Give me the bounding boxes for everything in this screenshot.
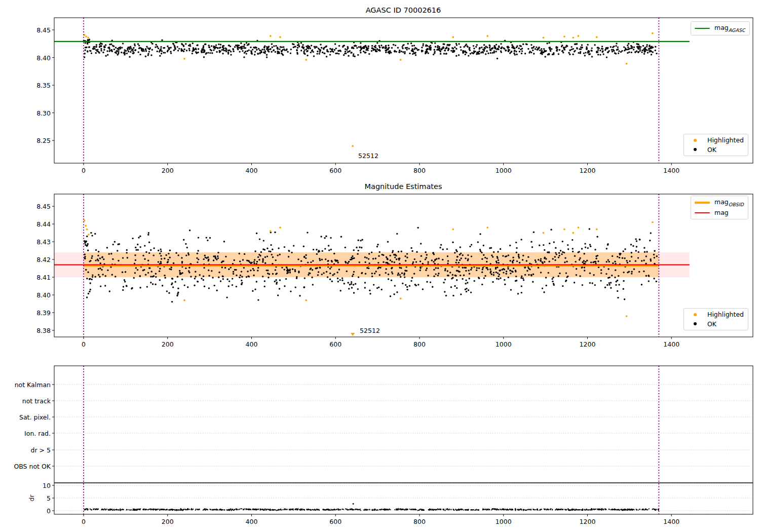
dr-points — [84, 503, 659, 511]
plot2-frame — [54, 366, 753, 514]
figure-canvas: AGASC ID 70002616 Magnitude Estimates 02… — [0, 0, 760, 532]
dr-outlier-point — [353, 503, 354, 505]
plot1-clipped-marker — [351, 333, 355, 336]
plot0-frame — [54, 18, 753, 163]
plots-svg — [0, 0, 760, 532]
